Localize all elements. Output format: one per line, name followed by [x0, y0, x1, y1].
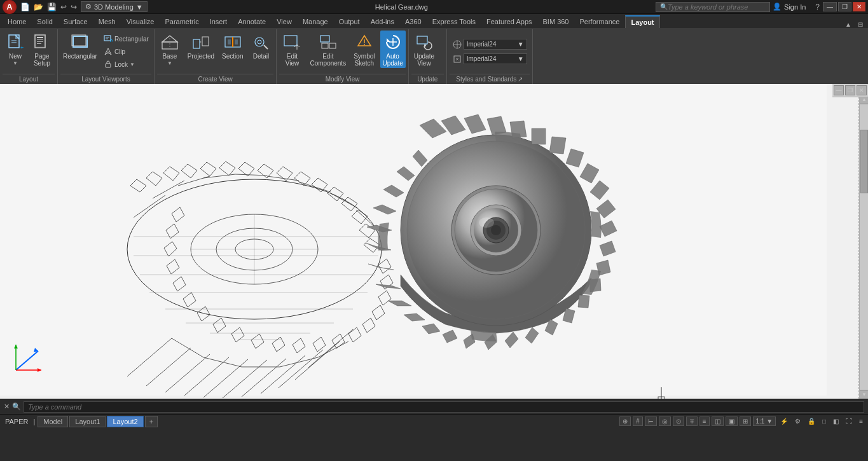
layout-tab-layout1[interactable]: Layout1 [69, 416, 106, 427]
tab-annotate[interactable]: Annotate [233, 15, 271, 28]
quick-access-toolbar: 📄 📂 💾 ↩ ↪ [19, 3, 78, 11]
section-button[interactable]: Section [219, 31, 245, 61]
dropdown2-chevron-icon: ▼ [518, 55, 524, 62]
undo-icon[interactable]: ↩ [59, 3, 68, 11]
tab-express-tools[interactable]: Express Tools [427, 15, 481, 28]
isolate-button[interactable]: ◧ [830, 417, 841, 425]
save-icon[interactable]: 💾 [46, 3, 58, 11]
tab-output[interactable]: Output [334, 15, 365, 28]
lock-ui-button[interactable]: 🔒 [805, 417, 818, 425]
annotation-visibility[interactable]: ⚡ [778, 417, 790, 425]
update-view-button[interactable]: UpdateView [411, 31, 437, 68]
canvas-area: — ❐ ✕ ▲ ▼ [0, 84, 868, 399]
tab-manage[interactable]: Manage [298, 15, 333, 28]
new-file-icon[interactable]: 📄 [19, 3, 31, 11]
cmd-search-button[interactable]: 🔍 [12, 403, 21, 411]
hardware-button[interactable]: □ [820, 417, 829, 425]
osnap-button[interactable]: ⊙ [673, 416, 684, 426]
projected-button[interactable]: Projected [185, 31, 217, 61]
floating-window-controls: — ❐ ✕ [832, 84, 868, 97]
panel-styles-label: Styles and Standards ↗ [450, 74, 530, 84]
lineweight-button[interactable]: ≡ [699, 416, 710, 426]
tab-featured-apps[interactable]: Featured Apps [481, 15, 537, 28]
redo-icon[interactable]: ↪ [69, 3, 78, 11]
workspace-selector[interactable]: ⚙ 3D Modeling ▼ [81, 1, 148, 12]
tab-view[interactable]: View [272, 15, 297, 28]
styles-expand-icon[interactable]: ↗ [518, 76, 523, 83]
layout-tab-layout2[interactable]: Layout2 [107, 416, 143, 427]
transparency-button[interactable]: ◫ [712, 416, 724, 426]
ortho-button[interactable]: ⊢ [645, 416, 657, 426]
svg-rect-24 [193, 39, 200, 48]
auto-update-button[interactable]: AutoUpdate [380, 31, 406, 68]
tab-addins[interactable]: Add-ins [366, 15, 399, 28]
tab-solid[interactable]: Solid [32, 15, 57, 28]
dropdown1-value: Imperial24 [467, 41, 497, 48]
cmd-close-button[interactable]: ✕ [4, 403, 10, 411]
tab-parametric[interactable]: Parametric [160, 15, 203, 28]
standard-icon [452, 54, 462, 64]
tab-a360[interactable]: A360 [400, 15, 427, 28]
search-input[interactable] [668, 3, 757, 11]
ribbon-content: + New ▼ PageSetup Layout Rectangular [0, 28, 868, 84]
clip-button[interactable]: Clip [101, 46, 151, 57]
command-input[interactable] [24, 401, 864, 413]
symbol-sketch-button[interactable]: SymbolSketch [351, 31, 377, 68]
open-file-icon[interactable]: 📂 [32, 3, 45, 11]
layout-tab-model[interactable]: Model [38, 416, 68, 427]
grid-button[interactable]: # [633, 416, 643, 426]
detail-button[interactable]: Detail [248, 31, 273, 61]
panel-layout: + New ▼ PageSetup Layout [3, 29, 58, 84]
close-btn[interactable]: ✕ [853, 2, 865, 11]
model-cycle-button[interactable]: ⊞ [740, 416, 751, 426]
ribbon-options-icon[interactable]: ⊟ [855, 21, 865, 28]
tab-performance[interactable]: Performance [574, 15, 624, 28]
customize-button[interactable]: ≡ [857, 417, 865, 425]
tab-bim360[interactable]: BIM 360 [538, 15, 574, 28]
annotation-scale[interactable]: 1:1 ▼ [753, 416, 776, 426]
app-button[interactable]: A [3, 0, 17, 14]
otrack-button[interactable]: ∓ [686, 416, 698, 426]
panel-update: UpdateView Update [409, 29, 447, 84]
tab-mesh[interactable]: Mesh [93, 15, 121, 28]
win-close-icon[interactable]: ✕ [857, 85, 867, 95]
scroll-thumb[interactable] [860, 130, 868, 193]
page-setup-button[interactable]: PageSetup [29, 31, 55, 68]
tab-home[interactable]: Home [3, 15, 31, 28]
fullscreen-button[interactable]: ⛶ [843, 417, 855, 425]
command-bar: ✕ 🔍 [0, 399, 868, 414]
rectangular-button[interactable]: Rectangular [60, 31, 100, 61]
restore-btn[interactable]: ❐ [838, 2, 851, 11]
dropdown-imperial24-2[interactable]: Imperial24 ▼ [464, 53, 527, 64]
workspace-chevron-icon: ▼ [136, 3, 143, 11]
tab-visualize[interactable]: Visualize [121, 15, 160, 28]
win-minimize-icon[interactable]: — [834, 85, 844, 95]
edit-view-button[interactable]: EditView [279, 31, 305, 68]
dropdown-imperial24-1[interactable]: Imperial24 ▼ [464, 39, 527, 50]
scrollbar-right[interactable]: ▲ ▼ [859, 95, 868, 399]
tab-insert[interactable]: Insert [205, 15, 233, 28]
snap-button[interactable]: ⊕ [619, 416, 631, 426]
rectangular-label: Rectangular [63, 53, 97, 60]
svg-line-33 [264, 45, 268, 49]
selection-button[interactable]: ▣ [726, 416, 738, 426]
signin-area[interactable]: 👤 Sign In [773, 3, 806, 11]
named-button[interactable]: A Rectangular [101, 33, 151, 45]
info-icon[interactable]: ? [813, 3, 822, 11]
tab-surface[interactable]: Surface [59, 15, 93, 28]
base-button[interactable]: Base ▼ [157, 31, 183, 67]
scroll-arrow-down[interactable]: ▼ [860, 390, 868, 399]
lock-button[interactable]: Lock ▼ [101, 58, 151, 70]
new-button[interactable]: + New ▼ [3, 31, 28, 67]
titlebar-center: Helical Gear.dwg [150, 3, 653, 11]
polar-button[interactable]: ◎ [659, 416, 671, 426]
add-layout-button[interactable]: + [145, 416, 158, 427]
workspace-button-status[interactable]: ⚙ [792, 417, 803, 425]
minimize-btn[interactable]: — [823, 2, 837, 11]
tab-layout[interactable]: Layout [625, 15, 659, 28]
edit-components-button[interactable]: EditComponents [307, 31, 348, 68]
ribbon-collapse-icon[interactable]: ▲ [843, 21, 854, 28]
search-magnifier-icon: 🔍 [660, 3, 668, 10]
detail-label: Detail [253, 53, 270, 60]
win-restore-icon[interactable]: ❐ [845, 85, 855, 95]
